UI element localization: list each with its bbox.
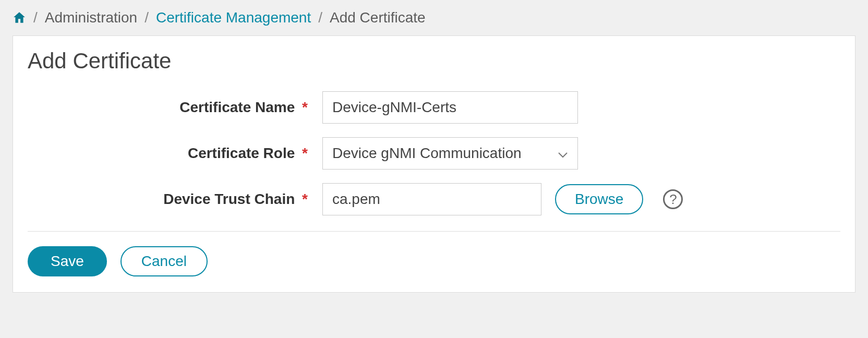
row-certificate-name: Certificate Name * <box>28 91 840 124</box>
divider <box>28 231 840 232</box>
save-button[interactable]: Save <box>28 246 107 276</box>
required-marker: * <box>302 145 308 161</box>
required-marker: * <box>302 191 308 207</box>
home-icon[interactable] <box>13 11 26 25</box>
breadcrumb: / Administration / Certificate Managemen… <box>0 0 868 35</box>
breadcrumb-separator: / <box>33 9 38 26</box>
label-certificate-name: Certificate Name * <box>28 99 312 116</box>
required-marker: * <box>302 99 308 115</box>
breadcrumb-certificate-management[interactable]: Certificate Management <box>156 9 311 26</box>
certificate-role-select[interactable]: Device gNMI Communication <box>322 137 578 170</box>
certificate-name-input[interactable] <box>322 91 578 124</box>
add-certificate-form: Certificate Name * Certificate Role * De… <box>28 91 840 215</box>
action-bar: Save Cancel <box>28 246 840 276</box>
form-panel: Add Certificate Certificate Name * Certi… <box>13 35 855 293</box>
page-title: Add Certificate <box>28 49 840 74</box>
cancel-button[interactable]: Cancel <box>120 246 208 276</box>
label-device-trust-chain: Device Trust Chain * <box>28 191 312 208</box>
help-icon[interactable]: ? <box>663 189 683 209</box>
breadcrumb-separator: / <box>318 9 322 26</box>
breadcrumb-add-certificate: Add Certificate <box>330 9 426 26</box>
breadcrumb-separator: / <box>144 9 149 26</box>
label-certificate-role: Certificate Role * <box>28 145 312 162</box>
browse-button[interactable]: Browse <box>555 184 643 214</box>
row-device-trust-chain: Device Trust Chain * ca.pem Browse ? <box>28 183 840 215</box>
breadcrumb-administration[interactable]: Administration <box>45 9 137 26</box>
device-trust-chain-file-display: ca.pem <box>322 183 541 215</box>
row-certificate-role: Certificate Role * Device gNMI Communica… <box>28 137 840 170</box>
certificate-role-value: Device gNMI Communication <box>332 145 522 162</box>
chevron-down-icon <box>558 145 568 162</box>
